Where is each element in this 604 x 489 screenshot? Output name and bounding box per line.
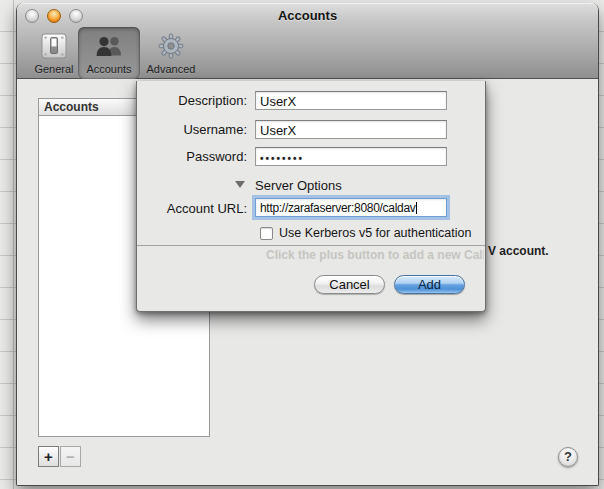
add-button[interactable]: Add <box>394 275 465 294</box>
username-label: Username: <box>137 122 247 137</box>
toolbar-item-advanced[interactable]: Advanced <box>140 27 202 79</box>
description-row: Description: UserX <box>137 91 485 111</box>
help-button[interactable]: ? <box>558 447 578 467</box>
text-caret <box>416 202 417 214</box>
toolbar-item-label: Advanced <box>147 63 196 75</box>
window-header: Accounts <box>17 3 598 79</box>
toolbar-item-accounts[interactable]: Accounts <box>78 27 140 79</box>
description-field[interactable]: UserX <box>255 91 447 110</box>
empty-state-text-ghost: Click the plus button to add a new CalDA <box>266 248 484 262</box>
toolbar-item-label: Accounts <box>86 63 131 75</box>
kerberos-label: Use Kerberos v5 for authentication <box>279 226 471 240</box>
remove-account-button[interactable]: − <box>60 446 81 467</box>
empty-state-text-fragment: V account. <box>488 244 549 258</box>
kerberos-checkbox[interactable] <box>260 227 273 240</box>
username-row: Username: UserX <box>137 120 485 140</box>
password-field[interactable]: •••••••• <box>255 147 447 166</box>
server-options-row: Server Options <box>137 177 485 197</box>
username-field[interactable]: UserX <box>255 120 447 139</box>
users-icon <box>94 30 124 62</box>
description-label: Description: <box>137 93 247 108</box>
list-edit-buttons: + − <box>38 446 81 467</box>
toolbar-item-label: General <box>34 63 73 75</box>
kerberos-row: Use Kerberos v5 for authentication <box>137 226 485 246</box>
window-title: Accounts <box>17 8 598 23</box>
account-url-value: http://zarafaserver:8080/caldav <box>260 201 415 215</box>
add-account-sheet: Description: UserX Username: UserX Passw… <box>136 81 486 312</box>
toolbar: General Accounts <box>30 27 202 79</box>
account-url-row: Account URL: http://zarafaserver:8080/ca… <box>137 198 485 218</box>
account-url-label: Account URL: <box>137 201 247 216</box>
toolbar-item-general[interactable]: General <box>30 27 78 79</box>
disclosure-triangle-icon[interactable] <box>235 181 245 188</box>
cancel-button[interactable]: Cancel <box>314 275 385 294</box>
background-divider-line <box>13 0 14 489</box>
switch-icon <box>41 30 67 62</box>
server-options-label: Server Options <box>255 178 342 193</box>
accounts-window: Accounts <box>16 3 599 486</box>
password-row: Password: •••••••• <box>137 147 485 167</box>
password-label: Password: <box>137 149 247 164</box>
gear-icon <box>157 30 185 62</box>
account-url-field[interactable]: http://zarafaserver:8080/caldav <box>255 198 447 217</box>
add-account-button[interactable]: + <box>38 446 59 467</box>
sheet-separator <box>137 245 485 246</box>
